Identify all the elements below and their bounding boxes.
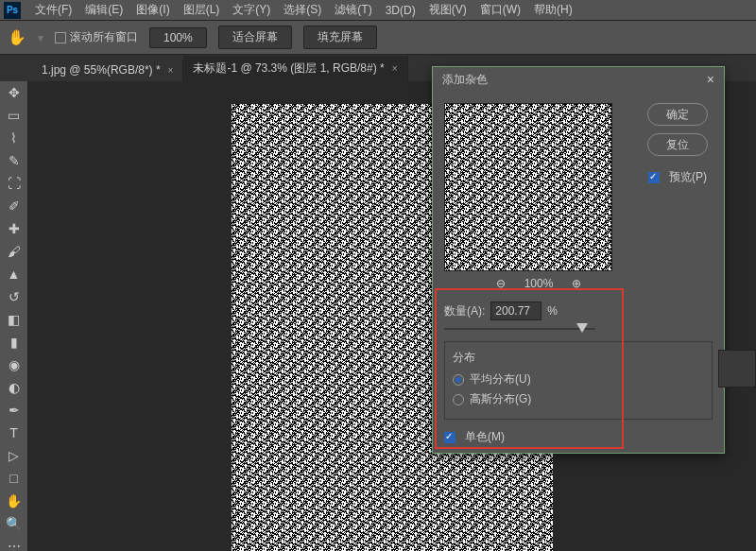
menu-edit[interactable]: 编辑(E) <box>78 2 129 18</box>
zoom-out-icon[interactable]: ⊖ <box>496 277 506 290</box>
menu-select[interactable]: 选择(S) <box>277 2 328 18</box>
document-tab[interactable]: 未标题-1 @ 73.3% (图层 1, RGB/8#) * × <box>183 56 407 81</box>
lasso-tool-icon[interactable]: ⌇ <box>4 130 25 146</box>
zoom-percent: 100% <box>524 277 554 290</box>
document-tab[interactable]: 1.jpg @ 55%(RGB/8*) * × <box>32 59 183 81</box>
ok-button[interactable]: 确定 <box>647 103 708 126</box>
menu-window[interactable]: 窗口(W) <box>473 2 527 18</box>
shape-tool-icon[interactable]: □ <box>4 471 25 486</box>
menu-image[interactable]: 图像(I) <box>129 2 176 18</box>
add-noise-dialog: 添加杂色 × ⊖ 100% ⊕ 确定 复位 预览(P) 数量(A): % 分布 <box>432 66 725 454</box>
healing-tool-icon[interactable]: ✚ <box>4 221 25 236</box>
uniform-radio[interactable]: 平均分布(U) <box>453 371 704 387</box>
distribution-label: 分布 <box>453 350 704 366</box>
reset-button[interactable]: 复位 <box>647 133 708 156</box>
menu-view[interactable]: 视图(V) <box>422 2 473 18</box>
more-tools-icon[interactable]: ⋯ <box>4 539 25 551</box>
hand-tool-icon: ✋ <box>8 28 26 46</box>
fill-screen-button[interactable]: 填充屏幕 <box>303 26 377 49</box>
move-tool-icon[interactable]: ✥ <box>4 85 25 100</box>
panel-stub <box>718 350 756 387</box>
distribution-group: 分布 平均分布(U) 高斯分布(G) <box>444 341 713 420</box>
fit-screen-button[interactable]: 适合屏幕 <box>218 26 292 49</box>
menu-help[interactable]: 帮助(H) <box>527 2 579 18</box>
monochrome-checkbox[interactable]: 单色(M) <box>444 429 713 445</box>
percent-label: % <box>547 304 558 318</box>
tool-panel: ✥ ▭ ⌇ ✎ ⛶ ✐ ✚ 🖌 ▲ ↺ ◧ ▮ ◉ ◐ ✒ T ▷ □ ✋ 🔍 … <box>0 81 28 551</box>
stamp-tool-icon[interactable]: ▲ <box>4 267 25 282</box>
amount-label: 数量(A): <box>444 303 485 319</box>
zoom-tool-icon[interactable]: 🔍 <box>4 516 25 531</box>
type-tool-icon[interactable]: T <box>4 425 25 440</box>
pen-tool-icon[interactable]: ✒ <box>4 403 25 418</box>
hand-tool-icon[interactable]: ✋ <box>4 493 25 508</box>
amount-slider[interactable] <box>444 328 595 330</box>
menu-filter[interactable]: 滤镜(T) <box>328 2 378 18</box>
zoom-in-icon[interactable]: ⊕ <box>572 277 581 290</box>
scroll-all-checkbox[interactable]: 滚动所有窗口 <box>55 29 138 45</box>
zoom-level-button[interactable]: 100% <box>149 27 207 48</box>
amount-input[interactable] <box>490 301 541 320</box>
gaussian-radio[interactable]: 高斯分布(G) <box>453 391 704 407</box>
menu-type[interactable]: 文字(Y) <box>226 2 277 18</box>
menu-3d[interactable]: 3D(D) <box>379 4 422 17</box>
marquee-tool-icon[interactable]: ▭ <box>4 108 25 123</box>
eraser-tool-icon[interactable]: ◧ <box>4 312 25 327</box>
close-icon[interactable]: × <box>707 72 714 87</box>
preview-image <box>444 103 612 271</box>
tab-label: 未标题-1 @ 73.3% (图层 1, RGB/8#) * <box>193 60 384 77</box>
tab-label: 1.jpg @ 55%(RGB/8*) * <box>42 63 161 77</box>
eyedropper-tool-icon[interactable]: ✐ <box>4 198 25 214</box>
preview-checkbox[interactable]: 预览(P) <box>648 169 707 185</box>
crop-tool-icon[interactable]: ⛶ <box>4 176 25 191</box>
path-tool-icon[interactable]: ▷ <box>4 448 25 463</box>
dodge-tool-icon[interactable]: ◐ <box>4 380 25 395</box>
menu-bar: Ps 文件(F) 编辑(E) 图像(I) 图层(L) 文字(Y) 选择(S) 滤… <box>0 0 756 21</box>
quick-select-tool-icon[interactable]: ✎ <box>4 153 25 168</box>
close-icon[interactable]: × <box>168 65 174 76</box>
app-logo: Ps <box>4 2 21 19</box>
brush-tool-icon[interactable]: 🖌 <box>4 244 25 259</box>
gradient-tool-icon[interactable]: ▮ <box>4 335 25 350</box>
options-bar: ✋ ▾ 滚动所有窗口 100% 适合屏幕 填充屏幕 <box>0 21 756 55</box>
blur-tool-icon[interactable]: ◉ <box>4 357 25 372</box>
history-brush-tool-icon[interactable]: ↺ <box>4 289 25 304</box>
menu-layer[interactable]: 图层(L) <box>177 2 227 18</box>
dialog-title: 添加杂色 <box>442 72 488 88</box>
menu-file[interactable]: 文件(F) <box>28 2 78 18</box>
close-icon[interactable]: × <box>392 63 398 74</box>
